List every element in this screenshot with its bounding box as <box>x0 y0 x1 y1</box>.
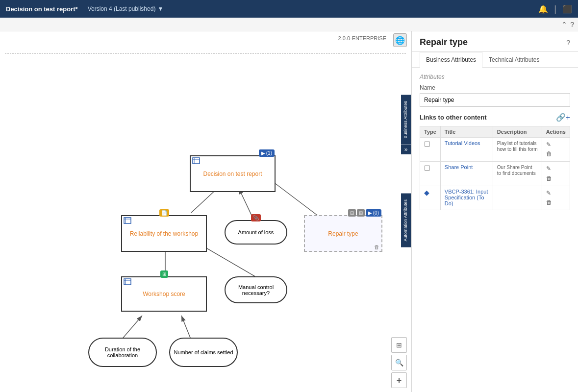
collapse-icon[interactable]: ⌃ <box>561 21 567 28</box>
row2-desc: Our Share Point to find documents <box>497 165 536 176</box>
row3-title-link[interactable]: VBCP-3361: Input Specification (To Do) <box>445 189 488 206</box>
amount-label: Amount of loss <box>238 229 274 235</box>
decision-label: Decision on test report <box>203 171 262 177</box>
col-actions: Actions <box>542 126 570 138</box>
row3-delete-btn[interactable]: 🗑 <box>546 198 566 207</box>
row2-title-link[interactable]: Share Point <box>445 164 473 170</box>
tabs: Business Attributes Technical Attributes <box>412 52 578 68</box>
tab-business-attributes[interactable]: Business Attributes <box>420 52 482 68</box>
svg-rect-11 <box>124 218 131 223</box>
canvas-toolbar: ⊞ 🔍 + <box>391 337 407 388</box>
row3-title-cell: VBCP-3361: Input Specification (To Do) <box>440 186 493 210</box>
search-button[interactable]: 🔍 <box>391 355 407 370</box>
row2-type: ☐ <box>420 162 441 186</box>
repair-action-icons: ⊟ ⊞ ▶ (0) <box>348 209 381 217</box>
node-workshop[interactable]: ⊞ Workshop score <box>121 276 207 312</box>
automation-attributes-tab[interactable]: Automation Attributes <box>401 194 411 247</box>
version-chevron-icon[interactable]: ▼ <box>157 5 163 12</box>
repair-label: Repair type <box>328 230 358 237</box>
row2-desc-cell: Our Share Point to find documents <box>493 162 542 186</box>
row1-desc-cell: Playlist of tutorials how to fill this f… <box>493 138 542 162</box>
row3-jira-icon: ◆ <box>424 189 429 196</box>
col-description: Description <box>493 126 542 138</box>
row1-edit-btn[interactable]: ✎ <box>546 140 566 149</box>
tab-technical-attributes[interactable]: Technical Attributes <box>482 52 546 68</box>
topbar: Decision on test report* Version 4 (Last… <box>0 0 578 18</box>
node-manual[interactable]: Manual control necessary? <box>225 276 287 303</box>
row2-edit-btn[interactable]: ✎ <box>546 164 566 173</box>
node-duration[interactable]: Duration of the collaboration <box>88 338 157 367</box>
col-type: Type <box>420 126 441 138</box>
repair-edit-icon[interactable]: ⊟ <box>348 209 356 217</box>
row1-title-link[interactable]: Tutorial Videos <box>445 140 480 146</box>
table-row: ◆ VBCP-3361: Input Specification (To Do)… <box>420 186 570 210</box>
duration-label: Duration of the collaboration <box>89 343 156 361</box>
manual-label: Manual control necessary? <box>226 282 286 298</box>
help-icon[interactable]: ? <box>570 21 574 28</box>
canvas-area: 2.0.0-ENTERPRISE 🌐 <box>0 31 411 392</box>
reliability-badge: 📄 <box>159 209 169 217</box>
repair-copy-icon[interactable]: ⊞ <box>357 209 365 217</box>
node-repair[interactable]: ⊟ ⊞ ▶ (0) 🗑 Repair type <box>304 215 382 252</box>
svg-line-4 <box>267 177 324 220</box>
main-layout: 2.0.0-ENTERPRISE 🌐 <box>0 31 578 392</box>
subtoolbar: ⌃ ? <box>0 18 578 31</box>
decision-badge[interactable]: ▶ (1) <box>259 149 275 157</box>
node-amount[interactable]: 📎 Amount of loss <box>225 220 287 245</box>
globe-button[interactable]: 🌐 <box>393 33 407 47</box>
panel-title: Repair type <box>420 37 468 48</box>
plus-button[interactable]: + <box>391 372 407 388</box>
workshop-icon <box>124 278 131 286</box>
business-attributes-tab[interactable]: Business Attributes <box>401 95 411 145</box>
fit-button[interactable]: ⊞ <box>391 337 407 353</box>
claims-label: Number of claims settled <box>171 346 236 358</box>
version-label: 2.0.0-ENTERPRISE <box>338 35 386 41</box>
decision-icon <box>192 157 200 165</box>
svg-line-6 <box>181 316 191 340</box>
name-field-input[interactable] <box>420 93 570 107</box>
reliability-label: Reliability of the workshop <box>130 230 198 237</box>
row2-title-cell: Share Point <box>440 162 493 186</box>
svg-rect-14 <box>124 279 131 285</box>
col-title: Title <box>440 126 493 138</box>
panel-help-icon[interactable]: ? <box>566 39 570 47</box>
links-header: Links to other content 🔗+ <box>420 113 570 122</box>
side-chevron-btn[interactable]: » <box>401 145 411 154</box>
row2-type-icon: ☐ <box>424 164 430 172</box>
name-field-label: Name <box>420 84 570 91</box>
topbar-version: Version 4 (Last published) ▼ <box>88 5 164 12</box>
right-panel: Repair type ? Business Attributes Techni… <box>411 31 578 392</box>
row1-title-cell: Tutorial Videos <box>440 138 493 162</box>
row1-actions-cell: ✎ 🗑 <box>542 138 570 162</box>
row1-desc: Playlist of tutorials how to fill this f… <box>497 141 538 152</box>
row3-actions-cell: ✎ 🗑 <box>542 186 570 210</box>
svg-line-5 <box>121 316 142 340</box>
row3-desc-cell <box>493 186 542 210</box>
reliability-icon <box>124 217 131 225</box>
topbar-title: Decision on test report* <box>6 5 78 13</box>
node-reliability[interactable]: 📄 Reliability of the workshop <box>121 215 207 252</box>
export-icon[interactable]: ⬛ <box>562 4 572 14</box>
node-decision[interactable]: ▶ (1) Decision on test report <box>190 155 276 192</box>
repair-delete-icon[interactable]: 🗑 <box>374 244 379 250</box>
node-claims[interactable]: Number of claims settled <box>169 338 238 367</box>
row3-type: ◆ <box>420 186 441 210</box>
row1-type: ☐ <box>420 138 441 162</box>
table-row: ☐ Share Point Our Share Point to find do… <box>420 162 570 186</box>
workshop-label: Workshop score <box>143 291 185 297</box>
repair-badge: ▶ (0) <box>366 209 381 217</box>
amount-badge: 📎 <box>251 214 261 221</box>
svg-rect-8 <box>193 158 200 164</box>
row1-delete-btn[interactable]: 🗑 <box>546 149 566 159</box>
panel-header: Repair type ? <box>412 31 578 52</box>
table-row: ☐ Tutorial Videos Playlist of tutorials … <box>420 138 570 162</box>
canvas-divider <box>5 53 406 54</box>
bell-icon[interactable]: 🔔 <box>538 4 548 14</box>
side-labels: Business Attributes » Automation Attribu… <box>401 95 411 247</box>
row3-edit-btn[interactable]: ✎ <box>546 189 566 198</box>
row2-actions-cell: ✎ 🗑 <box>542 162 570 186</box>
row2-delete-btn[interactable]: 🗑 <box>546 174 566 183</box>
links-add-button[interactable]: 🔗+ <box>556 113 570 122</box>
topbar-left: Decision on test report* Version 4 (Last… <box>6 5 163 13</box>
decision-badge-area: ▶ (1) <box>259 149 275 157</box>
